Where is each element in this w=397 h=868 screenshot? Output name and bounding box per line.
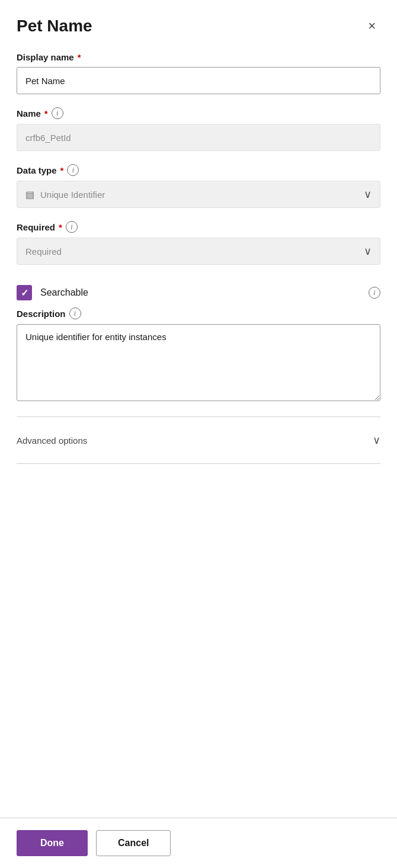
data-type-select-left: ▤ Unique Identifier [25, 189, 105, 200]
required-info-icon[interactable]: i [66, 221, 78, 233]
required-chevron-icon: ∨ [364, 245, 372, 258]
data-type-icon: ▤ [25, 189, 34, 200]
searchable-info-icon[interactable]: i [369, 287, 380, 299]
panel-content: Pet Name × Display name * Name * i crfb6… [0, 0, 397, 818]
advanced-options-chevron-icon: ∨ [373, 434, 380, 447]
description-info-icon[interactable]: i [69, 308, 81, 319]
data-type-group: Data type * i ▤ Unique Identifier ∨ [17, 164, 380, 208]
name-info-icon[interactable]: i [52, 107, 63, 119]
display-name-required: * [78, 52, 81, 62]
data-type-chevron-icon: ∨ [364, 188, 372, 201]
panel: Pet Name × Display name * Name * i crfb6… [0, 0, 397, 868]
name-input: crfb6_PetId [17, 124, 380, 151]
checkmark-icon: ✓ [21, 287, 28, 299]
panel-footer: Done Cancel [0, 818, 397, 868]
required-select[interactable]: Required ∨ [17, 238, 380, 265]
required-group: Required * i Required ∨ [17, 221, 380, 265]
data-type-select[interactable]: ▤ Unique Identifier ∨ [17, 181, 380, 208]
description-group: Description i Unique identifier for enti… [17, 308, 380, 403]
display-name-group: Display name * [17, 52, 380, 94]
display-name-input[interactable] [17, 67, 380, 94]
cancel-button[interactable]: Cancel [96, 830, 171, 856]
searchable-checkbox[interactable]: ✓ [17, 285, 32, 300]
close-button[interactable]: × [363, 17, 380, 35]
advanced-options-label: Advanced options [17, 435, 87, 446]
panel-title: Pet Name [17, 17, 92, 36]
display-name-label: Display name * [17, 52, 380, 62]
done-button[interactable]: Done [17, 830, 88, 856]
required-field-star: * [59, 222, 62, 232]
panel-header: Pet Name × [17, 17, 380, 36]
required-label: Required * i [17, 221, 380, 233]
data-type-label: Data type * i [17, 164, 380, 176]
divider-top [17, 417, 380, 417]
searchable-row: ✓ Searchable i [17, 278, 380, 308]
advanced-options-row[interactable]: Advanced options ∨ [17, 424, 380, 456]
divider-bottom [17, 463, 380, 464]
description-textarea[interactable]: Unique identifier for entity instances [17, 324, 380, 401]
description-label: Description i [17, 308, 380, 319]
name-group: Name * i crfb6_PetId [17, 107, 380, 151]
data-type-required: * [60, 165, 64, 175]
data-type-info-icon[interactable]: i [67, 164, 79, 176]
name-label: Name * i [17, 107, 380, 119]
searchable-label: Searchable [40, 287, 88, 298]
name-required: * [44, 108, 48, 118]
